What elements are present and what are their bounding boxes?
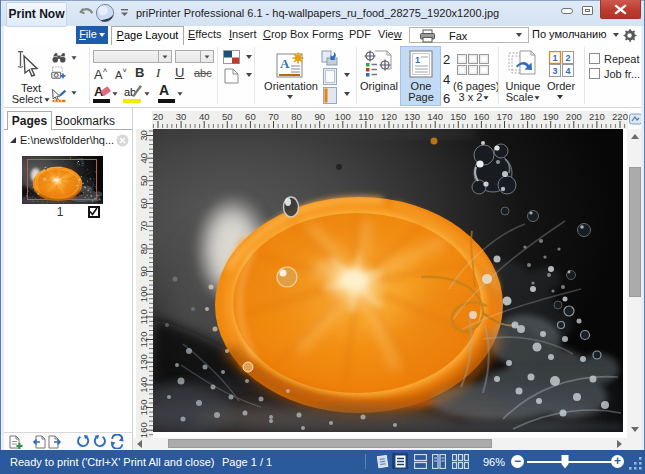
svg-text:80: 80 bbox=[138, 244, 149, 255]
svg-text:1: 1 bbox=[415, 55, 420, 65]
svg-text:100: 100 bbox=[335, 111, 351, 122]
svg-text:100: 100 bbox=[138, 286, 149, 302]
svg-text:210: 210 bbox=[589, 111, 605, 122]
svg-text:60: 60 bbox=[138, 198, 149, 209]
svg-text:160: 160 bbox=[473, 111, 489, 122]
svg-text:50: 50 bbox=[222, 111, 233, 122]
svg-text:90: 90 bbox=[314, 111, 325, 122]
svg-text:30: 30 bbox=[176, 111, 187, 122]
svg-text:70: 70 bbox=[138, 221, 149, 232]
svg-text:200: 200 bbox=[566, 111, 582, 122]
svg-text:110: 110 bbox=[138, 309, 149, 324]
svg-text:50: 50 bbox=[138, 176, 149, 187]
svg-text:2: 2 bbox=[565, 53, 570, 63]
svg-text:80: 80 bbox=[291, 111, 302, 122]
svg-text:40: 40 bbox=[199, 111, 210, 122]
svg-text:190: 190 bbox=[543, 111, 559, 122]
svg-text:110: 110 bbox=[358, 111, 373, 122]
svg-text:220: 220 bbox=[612, 111, 628, 122]
svg-text:160: 160 bbox=[138, 422, 149, 438]
svg-text:120: 120 bbox=[138, 332, 149, 348]
svg-text:130: 130 bbox=[404, 111, 420, 122]
svg-text:180: 180 bbox=[520, 111, 536, 122]
svg-text:30: 30 bbox=[138, 130, 149, 141]
svg-text:A: A bbox=[280, 56, 290, 71]
svg-text:70: 70 bbox=[268, 111, 279, 122]
svg-text:150: 150 bbox=[450, 111, 466, 122]
svg-text:120: 120 bbox=[381, 111, 397, 122]
svg-text:60: 60 bbox=[245, 111, 256, 122]
svg-text:20: 20 bbox=[153, 111, 164, 122]
svg-text:40: 40 bbox=[138, 153, 149, 164]
svg-text:90: 90 bbox=[138, 266, 149, 277]
svg-text:3: 3 bbox=[552, 66, 557, 76]
svg-text:140: 140 bbox=[427, 111, 443, 122]
svg-text:170: 170 bbox=[497, 111, 513, 122]
svg-text:4: 4 bbox=[565, 66, 570, 76]
svg-text:150: 150 bbox=[138, 400, 149, 416]
svg-text:140: 140 bbox=[138, 377, 149, 393]
svg-text:1: 1 bbox=[552, 53, 557, 63]
svg-text:130: 130 bbox=[138, 354, 149, 370]
